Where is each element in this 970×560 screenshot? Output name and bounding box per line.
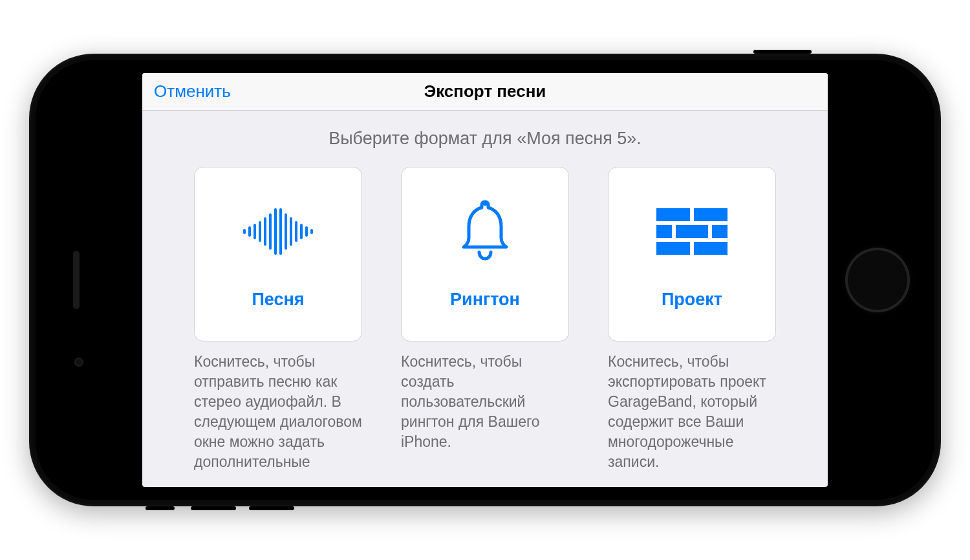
volume-up-button (191, 506, 236, 510)
song-card-label: Песня (252, 290, 304, 310)
volume-down-button (249, 506, 294, 510)
home-button[interactable] (845, 248, 910, 312)
option-project: Проект Коснитесь, чтобы экспортировать п… (608, 167, 776, 472)
svg-rect-20 (694, 242, 727, 255)
subtitle: Выберите формат для «Моя песня 5». (194, 129, 776, 149)
svg-rect-15 (694, 208, 727, 221)
ringtone-description: Коснитесь, чтобы создать пользовательски… (401, 352, 569, 452)
navbar: Отменить Экспорт песни (142, 73, 828, 111)
ringtone-card[interactable]: Рингтон (401, 167, 569, 341)
cancel-button[interactable]: Отменить (154, 81, 231, 102)
page-title: Экспорт песни (142, 81, 828, 102)
option-ringtone: Рингтон Коснитесь, чтобы создать пользов… (401, 167, 569, 472)
content-area: Выберите формат для «Моя песня 5». (142, 111, 828, 487)
svg-rect-18 (712, 225, 727, 238)
svg-rect-19 (656, 242, 690, 255)
phone-camera (74, 358, 83, 367)
project-description: Коснитесь, чтобы экспортировать проект G… (608, 352, 776, 472)
svg-rect-16 (656, 225, 672, 238)
ringtone-card-label: Рингтон (450, 290, 520, 310)
power-button (753, 50, 812, 54)
project-card-label: Проект (662, 290, 722, 310)
waveform-icon (239, 199, 317, 264)
option-song: Песня Коснитесь, чтобы отправить песню к… (194, 167, 362, 472)
export-options-row: Песня Коснитесь, чтобы отправить песню к… (194, 167, 776, 472)
song-card[interactable]: Песня (194, 167, 362, 341)
song-description: Коснитесь, чтобы отправить песню как сте… (194, 352, 362, 472)
phone-frame: Отменить Экспорт песни Выберите формат д… (29, 54, 941, 506)
bell-icon (456, 199, 514, 264)
svg-rect-14 (656, 208, 690, 221)
phone-inner: Отменить Экспорт песни Выберите формат д… (36, 60, 934, 500)
project-card[interactable]: Проект (608, 167, 776, 341)
phone-speaker (73, 251, 80, 309)
svg-rect-17 (676, 225, 708, 238)
brick-wall-icon (656, 199, 727, 264)
mute-switch (146, 506, 175, 510)
app-screen: Отменить Экспорт песни Выберите формат д… (142, 73, 828, 487)
